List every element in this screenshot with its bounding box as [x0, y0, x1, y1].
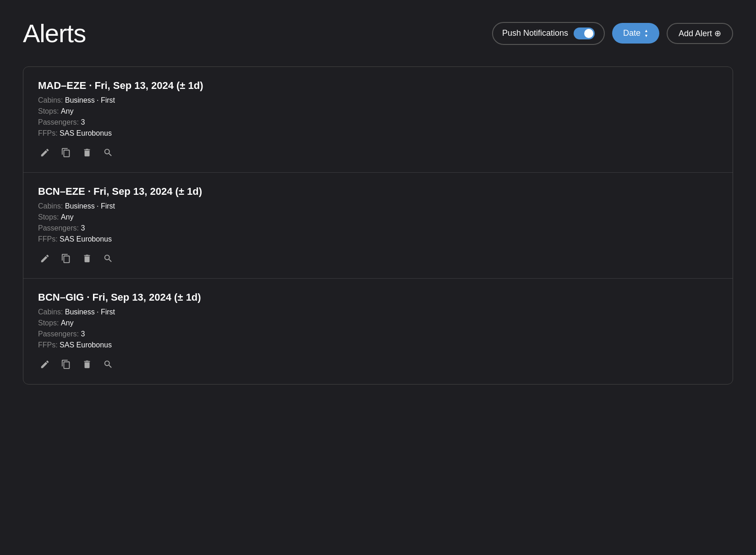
- alert-passengers: Passengers: 3: [38, 224, 718, 232]
- alert-stops: Stops: Any: [38, 319, 718, 327]
- header-controls: Push Notifications Date Add Alert ⊕: [492, 22, 733, 45]
- alert-ffps: FFPs: SAS Eurobonus: [38, 341, 718, 349]
- push-notifications-toggle[interactable]: [574, 27, 595, 39]
- alert-title: BCN–EZE · Fri, Sep 13, 2024 (± 1d): [38, 186, 718, 198]
- add-alert-button[interactable]: Add Alert ⊕: [667, 23, 733, 44]
- alert-passengers: Passengers: 3: [38, 330, 718, 338]
- alert-ffps: FFPs: SAS Eurobonus: [38, 129, 718, 137]
- alert-cabins: Cabins: Business · First: [38, 96, 718, 104]
- copy-button[interactable]: [59, 146, 73, 159]
- page-title: Alerts: [23, 18, 86, 48]
- push-notifications-label: Push Notifications: [502, 28, 568, 38]
- delete-button[interactable]: [80, 357, 94, 371]
- alert-passengers: Passengers: 3: [38, 118, 718, 126]
- copy-button[interactable]: [59, 357, 73, 371]
- alert-cabins: Cabins: Business · First: [38, 308, 718, 316]
- alert-cabins: Cabins: Business · First: [38, 202, 718, 210]
- alert-actions: [38, 146, 718, 159]
- alert-card: MAD–EZE · Fri, Sep 13, 2024 (± 1d) Cabin…: [23, 67, 733, 173]
- alert-stops: Stops: Any: [38, 213, 718, 221]
- date-button-label: Date: [623, 28, 641, 38]
- page-header: Alerts Push Notifications Date Add Alert…: [23, 18, 733, 48]
- alert-actions: [38, 252, 718, 265]
- push-notifications-toggle-wrapper[interactable]: Push Notifications: [492, 22, 605, 45]
- copy-button[interactable]: [59, 252, 73, 265]
- alert-actions: [38, 357, 718, 371]
- edit-button[interactable]: [38, 252, 52, 265]
- alerts-container: MAD–EZE · Fri, Sep 13, 2024 (± 1d) Cabin…: [23, 66, 733, 385]
- edit-button[interactable]: [38, 146, 52, 159]
- search-button[interactable]: [101, 146, 115, 159]
- add-alert-label: Add Alert ⊕: [679, 28, 721, 38]
- alert-title: MAD–EZE · Fri, Sep 13, 2024 (± 1d): [38, 80, 718, 92]
- alert-title: BCN–GIG · Fri, Sep 13, 2024 (± 1d): [38, 291, 718, 303]
- edit-button[interactable]: [38, 357, 52, 371]
- delete-button[interactable]: [80, 146, 94, 159]
- search-button[interactable]: [101, 252, 115, 265]
- alert-card: BCN–EZE · Fri, Sep 13, 2024 (± 1d) Cabin…: [23, 173, 733, 279]
- date-sort-button[interactable]: Date: [612, 23, 659, 44]
- alert-card: BCN–GIG · Fri, Sep 13, 2024 (± 1d) Cabin…: [23, 279, 733, 384]
- sort-icon: [644, 29, 648, 38]
- search-button[interactable]: [101, 357, 115, 371]
- delete-button[interactable]: [80, 252, 94, 265]
- toggle-knob: [584, 29, 593, 38]
- alert-ffps: FFPs: SAS Eurobonus: [38, 235, 718, 243]
- alert-stops: Stops: Any: [38, 107, 718, 115]
